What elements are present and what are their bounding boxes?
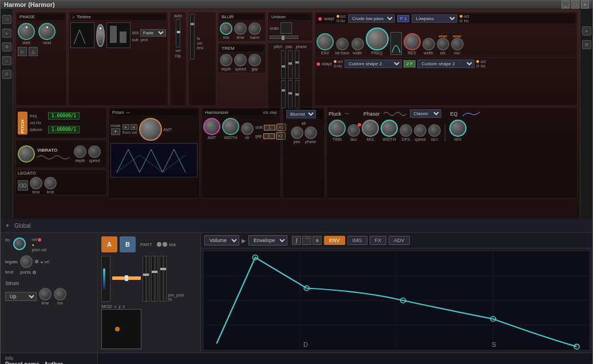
ofs-knob[interactable] — [437, 38, 449, 50]
oct-radio1[interactable] — [337, 15, 339, 18]
phaser-blur-knob[interactable] — [347, 124, 360, 137]
phaser-time-knob[interactable] — [329, 120, 346, 137]
hz-radio-f2b[interactable] — [476, 65, 479, 68]
fader-3[interactable] — [160, 256, 167, 302]
phaser-kbt-knob[interactable] — [428, 124, 441, 137]
filter2-toggle[interactable] — [317, 62, 320, 66]
vel-toggle[interactable] — [38, 238, 41, 242]
width-knob2[interactable] — [422, 38, 435, 50]
env-icon-2[interactable]: ⌒ — [302, 236, 311, 245]
filter2-type-select[interactable]: Custom shape 2 — [345, 60, 402, 68]
prism-add-btn[interactable]: + — [122, 124, 129, 130]
sidebar-icon-3[interactable]: ⊞ — [2, 42, 11, 52]
filter1-toggle[interactable] — [318, 17, 322, 21]
oct-radio-f2[interactable] — [334, 60, 337, 63]
harm-width-knob[interactable] — [222, 118, 239, 135]
wave-btn-2[interactable]: △ — [29, 47, 38, 56]
fader-1[interactable] — [143, 256, 149, 302]
strum-tns-knob[interactable] — [54, 288, 66, 300]
blur-phase-knob[interactable] — [305, 126, 317, 139]
filter1-type-select[interactable]: Crude low pass — [348, 14, 395, 23]
env-knob[interactable] — [317, 33, 334, 50]
trem-speed-knob[interactable] — [234, 54, 247, 66]
width-knob1[interactable] — [351, 38, 364, 50]
phaser-shape-select[interactable]: Classic — [410, 109, 441, 118]
envelope-display[interactable]: D S — [203, 251, 590, 350]
vibrato-knob[interactable] — [18, 145, 35, 163]
wave-btn-1[interactable]: ▷ — [18, 47, 27, 56]
fade-select[interactable]: Fade — [140, 29, 166, 37]
porta-dot[interactable] — [33, 271, 36, 274]
expand-arrow[interactable]: ▼ — [5, 223, 10, 228]
phaser-speed-knob[interactable] — [414, 124, 426, 137]
strum-time-knob[interactable] — [39, 288, 52, 300]
close-button[interactable]: × — [581, 1, 589, 9]
part-dot-1[interactable] — [157, 242, 161, 247]
phaser-ofs-knob[interactable] — [400, 124, 412, 137]
fader-2[interactable] — [151, 256, 158, 302]
legato-icon[interactable] — [18, 180, 28, 191]
pitch-slider-2[interactable] — [281, 80, 286, 109]
filter1-shape-select[interactable]: Lowpass — [412, 14, 457, 23]
vib-depth-knob[interactable] — [74, 145, 86, 158]
hz-radio1b[interactable] — [460, 19, 462, 22]
phase-start-knob[interactable] — [18, 23, 35, 40]
phase-rand-knob[interactable] — [38, 23, 56, 40]
mix-knob[interactable] — [96, 24, 105, 47]
lfo-knob[interactable] — [13, 238, 26, 250]
sidebar-icon-1[interactable]: ◁ — [2, 15, 11, 24]
unison-slider[interactable] — [270, 35, 298, 39]
minimize-button[interactable]: _ — [562, 1, 570, 9]
vib-speed-knob[interactable] — [88, 145, 101, 158]
legato-global-knob[interactable] — [20, 255, 33, 268]
harm-str-knob[interactable] — [241, 122, 254, 135]
prism-del-btn[interactable]: × — [131, 124, 137, 130]
env-icon-3[interactable]: ∧ — [313, 236, 322, 245]
legato-dot[interactable] — [35, 260, 38, 263]
sidebar-icon-4[interactable]: ♪ — [2, 56, 11, 65]
right-icon-1[interactable]: ≡ — [582, 26, 591, 35]
hz-radio1[interactable] — [337, 19, 339, 22]
pan-slider-global[interactable] — [112, 276, 141, 280]
env-icon-1[interactable]: ∫ — [292, 236, 301, 245]
oct-radio1b[interactable] — [460, 15, 462, 18]
shift-display[interactable]: 1 — [264, 125, 275, 130]
filter2-shape-select[interactable]: Custom shape 2 — [417, 60, 475, 68]
trem-gap-knob[interactable] — [248, 54, 261, 66]
phase-slider-2[interactable] — [295, 80, 299, 109]
envelope-dropdown[interactable]: Envelope — [248, 235, 287, 246]
gap-display[interactable]: 1 — [263, 133, 275, 139]
part-a-button[interactable]: A — [101, 236, 117, 252]
blur-harm-knob[interactable] — [248, 22, 261, 35]
blur-time-knob[interactable] — [234, 22, 247, 35]
legato-limit-knob[interactable] — [44, 177, 57, 189]
blur-pan-knob[interactable] — [291, 126, 303, 139]
prism-mode-btn[interactable]: ▾ — [111, 128, 120, 135]
freq-knob[interactable] — [366, 27, 389, 50]
phase-slider[interactable] — [295, 50, 299, 79]
kb-track-knob[interactable] — [336, 38, 349, 50]
sidebar-icon-5[interactable]: ⟳ — [2, 70, 11, 79]
vol-fader[interactable] — [176, 19, 180, 48]
res-knob[interactable] — [404, 33, 421, 50]
prism-amt-knob[interactable] — [139, 118, 162, 141]
harm-amt-knob[interactable] — [203, 118, 220, 135]
volume-dropdown[interactable]: Volume — [204, 235, 239, 246]
pan-slider[interactable] — [288, 50, 292, 79]
pan-slider-2[interactable] — [288, 80, 292, 109]
strum-select[interactable]: Up — [5, 292, 37, 301]
legato-time-knob[interactable] — [30, 177, 42, 189]
blurred-select[interactable]: Blurred — [286, 110, 316, 118]
eq-mix-knob[interactable] — [449, 120, 467, 137]
pitch-slider[interactable] — [281, 50, 286, 79]
adv-tab-button[interactable]: ADV — [389, 236, 410, 245]
blur-mix-knob[interactable] — [220, 22, 232, 35]
fx-tab-button[interactable]: FX — [370, 236, 387, 245]
fader-main[interactable] — [190, 14, 195, 60]
osc-knob[interactable] — [451, 38, 464, 50]
hz-radio-f2[interactable] — [334, 65, 337, 68]
part-b-button[interactable]: B — [120, 236, 136, 252]
img-tab-button[interactable]: IMG — [347, 236, 367, 245]
right-icon-2[interactable]: ⊞ — [582, 40, 591, 49]
phaser-mix-knob[interactable] — [362, 120, 379, 137]
